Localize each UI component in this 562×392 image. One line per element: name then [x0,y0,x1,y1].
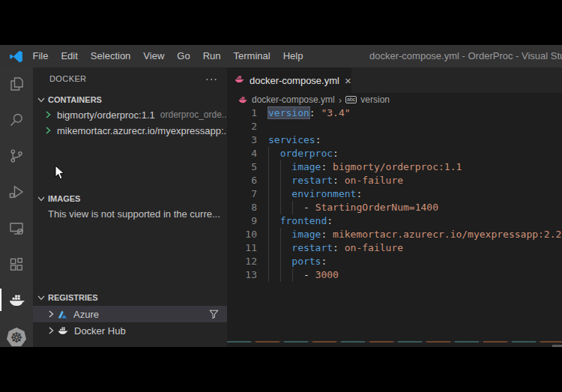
line-number: 3 [227,133,257,147]
line-number: 11 [227,241,257,255]
run-debug-icon [7,183,25,201]
line-content: restart: on-failure [268,174,403,187]
activity-bar: ☸ [0,67,33,347]
editor-group: docker-compose.yml × docker-compose.yml … [227,67,562,347]
registry-label: Docker Hub [74,325,126,337]
menu-help[interactable]: Help [277,45,309,67]
line-content: services: [268,133,321,147]
breadcrumb-file[interactable]: docker-compose.yml [238,94,335,105]
line-content: image: bigmorty/orderproc:1.1 [268,160,462,174]
explorer-icon [7,75,25,93]
docker-compose-file-icon [238,94,248,105]
code-editor[interactable]: 1version: "3.4"23services:4 orderproc:5 … [227,106,562,347]
container-description: orderproc_orde... [160,109,227,120]
indent-guide [292,268,293,282]
more-actions-icon[interactable]: ··· [205,67,218,90]
activity-item-search[interactable] [0,105,33,135]
filter-icon[interactable] [208,308,220,322]
chevron-right-icon [45,308,57,320]
code-line: 6 restart: on-failure [227,174,562,187]
tab-docker-compose[interactable]: docker-compose.yml × [227,67,351,93]
window-title: docker-compose.yml - OrderProc - Visual … [369,45,562,67]
line-content: orderproc: [268,147,339,160]
line-number: 6 [227,174,257,187]
mouse-cursor [55,165,66,184]
line-number: 2 [227,120,257,133]
line-content: image: mikemortacr.azurecr.io/myexpressa… [268,228,561,241]
code-line: 7 environment: [227,187,562,201]
chevron-right-icon [42,109,54,121]
line-number: 13 [227,268,257,282]
line-content: environment: [268,187,362,201]
section-containers[interactable]: CONTAINERS [33,91,227,108]
code-line: 4 orderproc: [227,147,562,160]
title-bar: FileEditSelectionViewGoRunTerminalHelp d… [0,45,562,67]
menu-run[interactable]: Run [196,45,227,67]
indent-guide [280,228,281,282]
line-content: - StartingOrderNum=1400 [268,201,438,214]
code-line: 2 [227,120,562,133]
close-icon[interactable]: × [345,75,351,86]
activity-item-kubernetes[interactable]: ☸ [0,322,33,352]
section-registries-label: REGISTRIES [48,293,98,302]
docker-sidebar: DOCKER ··· CONTAINERS bigmorty/orderproc… [33,67,227,347]
code-line: 13 - 3000 [227,268,562,282]
line-number: 5 [227,160,257,174]
activity-item-source-control[interactable] [0,141,33,171]
line-number: 7 [227,187,257,201]
chevron-right-icon [42,124,54,136]
vscode-window: FileEditSelectionViewGoRunTerminalHelp d… [0,0,562,392]
extensions-icon [7,256,25,274]
line-number: 9 [227,214,257,228]
activity-item-run-debug[interactable] [0,177,33,207]
line-number: 1 [227,106,257,120]
line-content: version: "3.4" [268,106,351,120]
registry-label: Azure [73,309,99,320]
line-content: ports: [268,255,327,268]
line-number: 12 [227,255,257,268]
menu-edit[interactable]: Edit [55,45,84,67]
registry-item-azure[interactable]: Azure [33,306,227,322]
sidebar-title: DOCKER [49,74,86,83]
breadcrumb-file-label: docker-compose.yml [252,94,335,105]
section-images[interactable]: IMAGES [33,190,227,207]
code-line: 10 image: mikemortacr.azurecr.io/myexpre… [227,228,562,241]
container-name: bigmorty/orderproc:1.1 [57,109,155,121]
line-content: - 3000 [268,268,339,282]
section-registries[interactable]: REGISTRIES [33,289,227,306]
kubernetes-icon: ☸ [7,328,26,347]
menu-terminal[interactable]: Terminal [227,45,277,67]
activity-item-extensions[interactable] [0,250,33,280]
activity-item-explorer[interactable] [0,69,33,99]
chevron-down-icon [35,193,47,205]
registry-item-docker-hub[interactable]: Docker Hub [33,322,227,339]
indent-guide [292,201,293,214]
code-line: 8 - StartingOrderNum=1400 [227,201,562,214]
docker-whale-icon [7,291,26,310]
section-images-label: IMAGES [48,194,80,203]
container-item[interactable]: mikemortacr.azurecr.io/myexpressapp:... [33,122,227,139]
menu-file[interactable]: File [26,45,55,67]
breadcrumb-symbol[interactable]: abc version [345,94,390,105]
indent-guide [280,160,281,214]
activity-item-docker[interactable] [0,285,33,315]
line-content: restart: on-failure [268,241,403,255]
code-line: 9 frontend: [227,214,562,228]
menu-view[interactable]: View [137,45,171,67]
line-number: 4 [227,147,257,160]
remote-explorer-icon [7,220,25,238]
chevron-right-icon: › [339,94,342,106]
chevron-down-icon [35,292,47,304]
chevron-down-icon [35,94,47,106]
kubernetes-helm-icon: ☸ [7,328,26,347]
horizontal-scrollbar[interactable] [552,345,562,347]
search-icon [7,111,25,129]
container-item[interactable]: bigmorty/orderproc:1.1orderproc_orde... [33,106,227,123]
docker-compose-file-icon [234,73,245,88]
menu-go[interactable]: Go [171,45,196,67]
activity-item-remote-explorer[interactable] [0,214,33,244]
progress-strip [227,341,562,343]
menu-selection[interactable]: Selection [84,45,136,67]
line-number: 10 [227,228,257,241]
line-number: 8 [227,201,257,214]
